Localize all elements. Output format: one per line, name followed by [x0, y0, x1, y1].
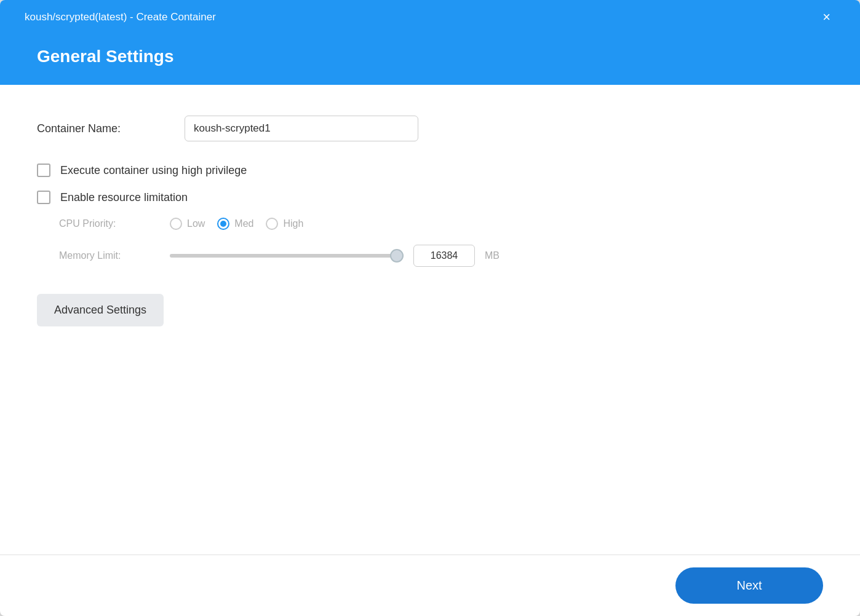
cpu-low-option[interactable]: Low [170, 218, 205, 230]
cpu-priority-label: CPU Priority: [59, 218, 170, 229]
cpu-med-label: Med [234, 218, 253, 229]
cpu-med-option[interactable]: Med [217, 218, 253, 230]
high-privilege-checkbox[interactable] [37, 164, 50, 177]
titlebar: koush/scrypted(latest) - Create Containe… [0, 0, 860, 34]
cpu-high-radio[interactable] [266, 218, 278, 230]
resource-limitation-label: Enable resource limitation [60, 191, 188, 204]
close-button[interactable]: × [818, 8, 835, 26]
memory-limit-row: Memory Limit: MB [59, 245, 823, 267]
resource-limitation-row: Enable resource limitation [37, 191, 823, 204]
high-privilege-label: Execute container using high privilege [60, 164, 247, 177]
container-name-label: Container Name: [37, 122, 185, 135]
titlebar-text: koush/scrypted(latest) - Create Containe… [25, 11, 216, 23]
dialog-footer: Next [0, 555, 860, 616]
next-button[interactable]: Next [675, 567, 823, 604]
resource-section: CPU Priority: Low Med High [59, 218, 823, 267]
memory-unit-label: MB [485, 250, 500, 261]
memory-slider-container: MB [170, 245, 500, 267]
memory-limit-input[interactable] [413, 245, 475, 267]
cpu-high-label: High [283, 218, 303, 229]
cpu-low-radio[interactable] [170, 218, 182, 230]
cpu-low-label: Low [187, 218, 205, 229]
cpu-priority-row: CPU Priority: Low Med High [59, 218, 823, 230]
memory-limit-label: Memory Limit: [59, 250, 170, 261]
cpu-high-option[interactable]: High [266, 218, 303, 230]
cpu-med-radio[interactable] [217, 218, 229, 230]
advanced-settings-button[interactable]: Advanced Settings [37, 294, 164, 326]
resource-limitation-checkbox[interactable] [37, 191, 50, 204]
high-privilege-row: Execute container using high privilege [37, 164, 823, 177]
page-title: General Settings [37, 47, 823, 66]
create-container-dialog: koush/scrypted(latest) - Create Containe… [0, 0, 860, 616]
memory-limit-slider[interactable] [170, 254, 404, 258]
cpu-priority-radio-group: Low Med High [170, 218, 303, 230]
dialog-header: General Settings [0, 34, 860, 85]
dialog-body: Container Name: Execute container using … [0, 85, 860, 555]
container-name-row: Container Name: [37, 116, 823, 141]
container-name-input[interactable] [185, 116, 418, 141]
